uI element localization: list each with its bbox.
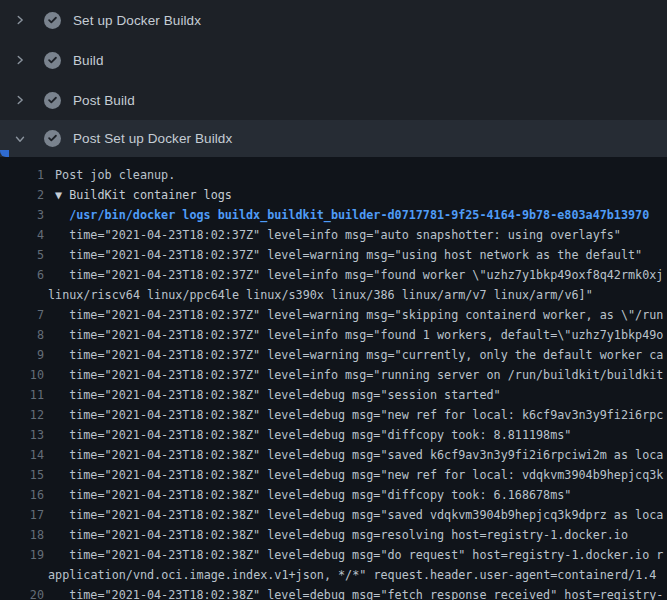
log-line: 10 time="2021-04-23T18:02:37Z" level=inf… bbox=[0, 365, 667, 385]
log-line-text: time="2021-04-23T18:02:38Z" level=debug … bbox=[55, 465, 663, 485]
log-line: 13 time="2021-04-23T18:02:38Z" level=deb… bbox=[0, 425, 667, 445]
log-line: 7 time="2021-04-23T18:02:37Z" level=warn… bbox=[0, 305, 667, 325]
log-line-number[interactable]: 5 bbox=[0, 245, 44, 265]
log-line-number[interactable]: 12 bbox=[0, 405, 44, 425]
step-header-build[interactable]: Build bbox=[0, 40, 667, 80]
check-circle-icon bbox=[44, 52, 61, 69]
log-line-text: ▼ BuildKit container logs bbox=[55, 185, 232, 205]
log-line-number[interactable]: 6 bbox=[0, 265, 44, 285]
log-line-text: time="2021-04-23T18:02:38Z" level=debug … bbox=[55, 525, 628, 545]
log-line-number[interactable]: 17 bbox=[0, 505, 44, 525]
step-header-post-set-up-docker-buildx[interactable]: Post Set up Docker Buildx bbox=[0, 120, 667, 157]
step-label: Post Build bbox=[73, 93, 135, 108]
log-line-number[interactable]: 1 bbox=[0, 165, 44, 185]
log-line-number[interactable]: 13 bbox=[0, 425, 44, 445]
log-line-text: time="2021-04-23T18:02:38Z" level=debug … bbox=[55, 505, 663, 525]
log-line-text: time="2021-04-23T18:02:37Z" level=warnin… bbox=[55, 245, 642, 265]
log-line: 4 time="2021-04-23T18:02:37Z" level=info… bbox=[0, 225, 667, 245]
log-line: 15 time="2021-04-23T18:02:38Z" level=deb… bbox=[0, 465, 667, 485]
log-line: 5 time="2021-04-23T18:02:37Z" level=warn… bbox=[0, 245, 667, 265]
log-line: 14 time="2021-04-23T18:02:38Z" level=deb… bbox=[0, 445, 667, 465]
log-line-number[interactable]: 10 bbox=[0, 365, 44, 385]
log-line-text: application/vnd.oci.image.index.v1+json,… bbox=[48, 565, 656, 585]
log-line-wrap: linux/riscv64 linux/ppc64le linux/s390x … bbox=[0, 285, 667, 305]
log-line: 3 /usr/bin/docker logs buildx_buildkit_b… bbox=[0, 205, 667, 225]
step-label: Set up Docker Buildx bbox=[73, 13, 201, 28]
log-line-text: time="2021-04-23T18:02:38Z" level=debug … bbox=[55, 485, 571, 505]
log-line-text: /usr/bin/docker logs buildx_buildkit_bui… bbox=[55, 205, 649, 225]
log-line: 6 time="2021-04-23T18:02:37Z" level=info… bbox=[0, 265, 667, 285]
log-line-text: time="2021-04-23T18:02:38Z" level=debug … bbox=[55, 425, 571, 445]
log-line: 12 time="2021-04-23T18:02:38Z" level=deb… bbox=[0, 405, 667, 425]
log-line-wrap: application/vnd.oci.image.index.v1+json,… bbox=[0, 565, 667, 585]
log-line-number[interactable]: 2 bbox=[0, 185, 44, 205]
log-line-text: time="2021-04-23T18:02:38Z" level=debug … bbox=[55, 545, 663, 565]
log-line-number bbox=[0, 285, 44, 305]
log-line: 1 Post job cleanup. bbox=[0, 165, 667, 185]
log-line-number[interactable]: 20 bbox=[0, 585, 44, 600]
log-line-number[interactable]: 11 bbox=[0, 385, 44, 405]
check-circle-icon bbox=[44, 130, 61, 147]
log-line-text: time="2021-04-23T18:02:37Z" level=info m… bbox=[55, 365, 663, 385]
log-line-text: time="2021-04-23T18:02:37Z" level=warnin… bbox=[55, 345, 663, 365]
log-line-number[interactable]: 4 bbox=[0, 225, 44, 245]
log-line-text: time="2021-04-23T18:02:37Z" level=warnin… bbox=[55, 305, 663, 325]
log-line: 16 time="2021-04-23T18:02:38Z" level=deb… bbox=[0, 485, 667, 505]
log-line: 18 time="2021-04-23T18:02:38Z" level=deb… bbox=[0, 525, 667, 545]
step-label: Post Set up Docker Buildx bbox=[73, 131, 232, 146]
step-header-post-build[interactable]: Post Build bbox=[0, 80, 667, 120]
steps-list: Set up Docker Buildx Build bbox=[0, 0, 667, 157]
log-line-text: Post job cleanup. bbox=[55, 165, 175, 185]
chevron-right-icon bbox=[12, 52, 28, 68]
log-line-number[interactable]: 19 bbox=[0, 545, 44, 565]
chevron-down-icon bbox=[12, 131, 28, 147]
focus-ring-fragment bbox=[0, 150, 9, 157]
log-line-number[interactable]: 9 bbox=[0, 345, 44, 365]
log-line-text: time="2021-04-23T18:02:38Z" level=debug … bbox=[55, 385, 501, 405]
log-line-number[interactable]: 18 bbox=[0, 525, 44, 545]
log-line: 8 time="2021-04-23T18:02:37Z" level=info… bbox=[0, 325, 667, 345]
log-line-text: linux/riscv64 linux/ppc64le linux/s390x … bbox=[48, 285, 593, 305]
log-line-text: time="2021-04-23T18:02:38Z" level=debug … bbox=[55, 445, 663, 465]
log-line-number[interactable]: 7 bbox=[0, 305, 44, 325]
log-line: 19 time="2021-04-23T18:02:38Z" level=deb… bbox=[0, 545, 667, 565]
check-circle-icon bbox=[44, 92, 61, 109]
log-line-number[interactable]: 15 bbox=[0, 465, 44, 485]
log-line-number bbox=[0, 565, 44, 585]
step-header-set-up-docker-buildx[interactable]: Set up Docker Buildx bbox=[0, 0, 667, 40]
log-line-text: time="2021-04-23T18:02:37Z" level=info m… bbox=[55, 225, 621, 245]
chevron-right-icon bbox=[12, 92, 28, 108]
log-line-number[interactable]: 16 bbox=[0, 485, 44, 505]
log-line: 17 time="2021-04-23T18:02:38Z" level=deb… bbox=[0, 505, 667, 525]
log-line-number[interactable]: 3 bbox=[0, 205, 44, 225]
log-line-number[interactable]: 14 bbox=[0, 445, 44, 465]
log-pane: 1 Post job cleanup. 2 ▼ BuildKit contain… bbox=[0, 157, 667, 600]
log-line-text: time="2021-04-23T18:02:38Z" level=debug … bbox=[55, 585, 663, 600]
chevron-right-icon bbox=[12, 12, 28, 28]
log-line: 11 time="2021-04-23T18:02:38Z" level=deb… bbox=[0, 385, 667, 405]
log-line-text: time="2021-04-23T18:02:38Z" level=debug … bbox=[55, 405, 663, 425]
log-group-toggle[interactable]: 2 ▼ BuildKit container logs bbox=[0, 185, 667, 205]
log-line: 20 time="2021-04-23T18:02:38Z" level=deb… bbox=[0, 585, 667, 600]
log-line: 9 time="2021-04-23T18:02:37Z" level=warn… bbox=[0, 345, 667, 365]
check-circle-icon bbox=[44, 12, 61, 29]
log-line-text: time="2021-04-23T18:02:37Z" level=info m… bbox=[55, 265, 663, 285]
step-label: Build bbox=[73, 53, 104, 68]
log-line-number[interactable]: 8 bbox=[0, 325, 44, 345]
log-line-text: time="2021-04-23T18:02:37Z" level=info m… bbox=[55, 325, 663, 345]
